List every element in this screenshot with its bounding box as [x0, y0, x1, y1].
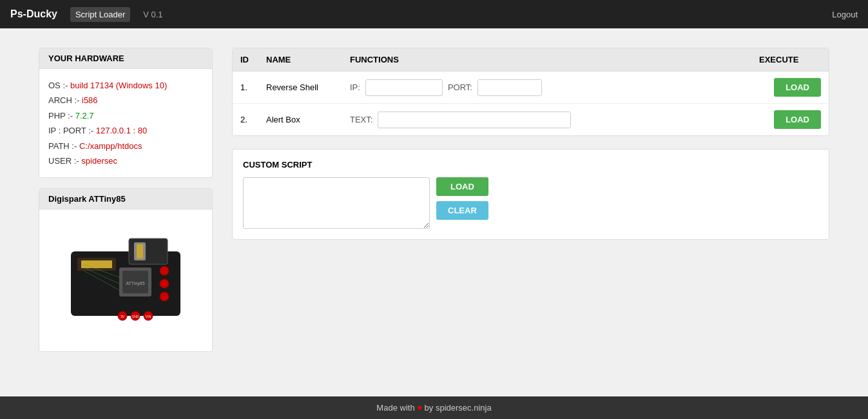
- hw-php-label: PHP :-: [48, 111, 75, 121]
- row1-name: Reverse Shell: [258, 72, 342, 104]
- hw-arch-label: ARCH :-: [48, 95, 82, 105]
- svg-text:3V: 3V: [121, 315, 125, 318]
- brand-title: Ps-Ducky: [10, 8, 57, 20]
- hw-path-row: PATH :- C:/xampp/htdocs: [48, 139, 203, 153]
- custom-script-card: CUSTOM SCRIPT LOAD CLEAR: [232, 149, 829, 240]
- row1-functions: IP: PORT:: [342, 72, 751, 104]
- table-header-row: ID NAME FUNCTIONS EXECUTE: [233, 48, 829, 72]
- left-column: YOUR HARDWARE OS :- build 17134 (Windows…: [39, 48, 213, 377]
- custom-script-title: CUSTOM SCRIPT: [243, 160, 818, 170]
- svg-text:VIN: VIN: [146, 315, 151, 318]
- footer-text-after: by spidersec.ninja: [422, 403, 492, 413]
- col-execute: EXECUTE: [751, 48, 829, 72]
- main-content: YOUR HARDWARE OS :- build 17134 (Windows…: [0, 28, 868, 396]
- custom-script-clear-button[interactable]: CLEAR: [436, 201, 488, 220]
- hw-user-value: spidersec: [81, 156, 117, 166]
- row1-port-input[interactable]: [477, 79, 542, 96]
- custom-script-buttons: LOAD CLEAR: [436, 177, 488, 220]
- hw-os-label: OS :-: [48, 81, 70, 90]
- logout-button[interactable]: Logout: [832, 10, 858, 19]
- hardware-card-title: YOUR HARDWARE: [39, 48, 212, 69]
- hw-ip-row: IP : PORT :- 127.0.0.1 : 80: [48, 123, 203, 138]
- scripts-table: ID NAME FUNCTIONS EXECUTE 1. Reverse She…: [233, 48, 829, 135]
- nav-script-loader[interactable]: Script Loader: [70, 7, 130, 22]
- hardware-card: YOUR HARDWARE OS :- build 17134 (Windows…: [39, 48, 213, 178]
- digispark-card: Digispark ATTiny85: [39, 188, 213, 352]
- custom-script-body: LOAD CLEAR: [243, 177, 818, 229]
- col-id: ID: [233, 48, 258, 72]
- scripts-table-wrapper: ID NAME FUNCTIONS EXECUTE 1. Reverse She…: [232, 48, 829, 136]
- nav-version: V 0.1: [143, 10, 162, 19]
- svg-point-10: [160, 279, 169, 288]
- digispark-board-svg: ATTiny85 3V GND VIN: [64, 232, 187, 329]
- table-row: 2. Alert Box TEXT: LOAD: [233, 104, 829, 136]
- row1-execute: LOAD: [751, 72, 829, 104]
- hw-php-row: PHP :- 7.2.7: [48, 108, 203, 123]
- col-functions: FUNCTIONS: [342, 48, 751, 72]
- row2-id: 2.: [233, 104, 258, 136]
- hw-ip-label: IP : PORT :-: [48, 126, 96, 135]
- row1-load-button[interactable]: LOAD: [774, 78, 821, 97]
- footer-text-before: Made with: [376, 403, 417, 413]
- hw-arch-value: i586: [82, 95, 98, 105]
- custom-script-load-button[interactable]: LOAD: [436, 177, 488, 196]
- digispark-image-area: ATTiny85 3V GND VIN: [39, 210, 212, 351]
- row1-port-label: PORT:: [448, 83, 472, 92]
- row2-text-input[interactable]: [378, 112, 571, 128]
- hw-php-value: 7.2.7: [75, 111, 94, 121]
- col-name: NAME: [258, 48, 342, 72]
- custom-script-textarea[interactable]: [243, 177, 430, 229]
- digispark-card-title: Digispark ATTiny85: [39, 189, 212, 210]
- table-row: 1. Reverse Shell IP: PORT: LOAD: [233, 72, 829, 104]
- svg-rect-5: [81, 260, 112, 268]
- footer-heart: ♥: [417, 403, 422, 413]
- row2-fn-cell: TEXT:: [350, 112, 744, 128]
- svg-text:GND: GND: [131, 315, 139, 318]
- row2-functions: TEXT:: [342, 104, 751, 136]
- right-column: ID NAME FUNCTIONS EXECUTE 1. Reverse She…: [232, 48, 829, 377]
- svg-point-9: [160, 266, 169, 275]
- footer: Made with ♥ by spidersec.ninja: [0, 396, 868, 419]
- row2-load-button[interactable]: LOAD: [774, 110, 821, 129]
- row2-name: Alert Box: [258, 104, 342, 136]
- row1-fn-cell: IP: PORT:: [350, 79, 744, 96]
- hw-user-row: USER :- spidersec: [48, 153, 203, 168]
- hw-ip-value: 127.0.0.1 : 80: [96, 126, 148, 135]
- hardware-card-body: OS :- build 17134 (Windows 10) ARCH :- i…: [39, 69, 212, 177]
- hw-user-label: USER :-: [48, 156, 81, 166]
- row1-id: 1.: [233, 72, 258, 104]
- svg-rect-3: [137, 244, 143, 258]
- navbar: Ps-Ducky Script Loader V 0.1 Logout: [0, 0, 868, 28]
- hw-os-row: OS :- build 17134 (Windows 10): [48, 78, 203, 93]
- row1-ip-label: IP:: [350, 83, 360, 92]
- hw-path-label: PATH :-: [48, 141, 79, 151]
- hw-os-value: build 17134 (Windows 10): [70, 81, 167, 90]
- hw-path-value: C:/xampp/htdocs: [79, 141, 142, 151]
- row1-ip-input[interactable]: [365, 79, 443, 96]
- row2-text-label: TEXT:: [350, 115, 372, 124]
- svg-text:ATTiny85: ATTiny85: [126, 281, 144, 286]
- hw-arch-row: ARCH :- i586: [48, 93, 203, 108]
- svg-point-11: [160, 292, 169, 301]
- row2-execute: LOAD: [751, 104, 829, 136]
